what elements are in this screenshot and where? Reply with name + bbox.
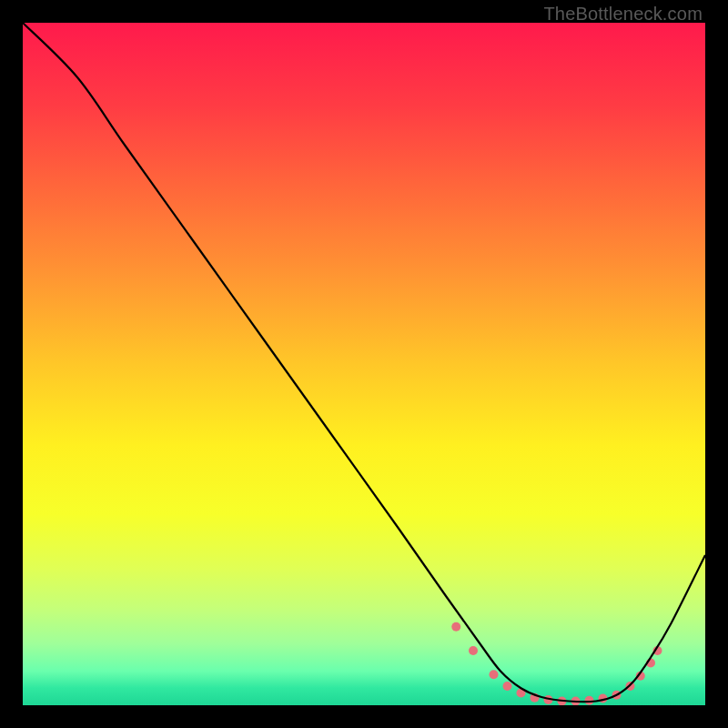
marker-dot — [451, 622, 460, 632]
marker-dot — [469, 646, 478, 655]
chart-svg — [23, 23, 705, 705]
chart-plot-area — [23, 23, 705, 705]
chart-background — [23, 23, 705, 705]
marker-dot — [490, 670, 499, 679]
marker-dot — [503, 682, 512, 691]
marker-dot — [585, 696, 594, 705]
watermark-text: TheBottleneck.com — [543, 4, 703, 25]
